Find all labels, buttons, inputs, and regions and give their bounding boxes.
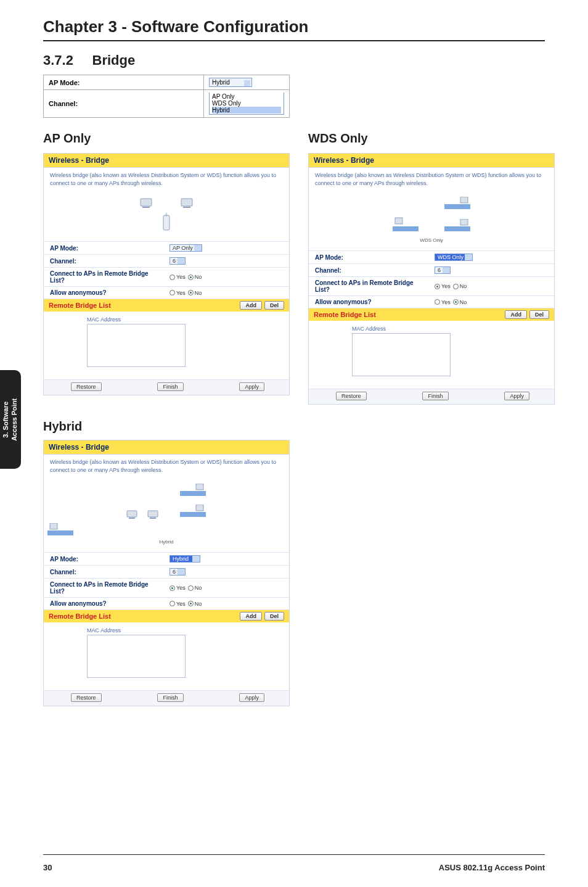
svg-rect-8	[444, 204, 470, 209]
apmode-field-label: AP Mode:	[50, 556, 163, 563]
allow-anon-label: Allow anonymous?	[50, 600, 163, 607]
section-title: 3.7.2 Bridge	[43, 52, 545, 68]
mac-address-label: MAC Address	[87, 316, 283, 323]
mode-table: AP Mode: Hybrid Channel: AP Only WDS Onl…	[43, 75, 290, 118]
restore-button[interactable]: Restore	[336, 392, 367, 400]
panel-desc: Wireless bridge (also known as Wireless …	[44, 168, 289, 191]
radio-no[interactable]: No	[188, 585, 202, 591]
apmode-select[interactable]: WDS Only	[435, 254, 473, 261]
radio-yes[interactable]: Yes	[169, 274, 186, 280]
mac-address-label: MAC Address	[87, 627, 283, 633]
svg-rect-13	[129, 518, 135, 519]
del-button[interactable]: Del	[264, 612, 284, 621]
option-ap-only[interactable]: AP Only	[212, 93, 281, 100]
page-number: 30	[43, 863, 52, 872]
connect-remote-label: Connect to APs in Remote Bridge List?	[50, 581, 163, 595]
apmode-dropdown[interactable]: Hybrid	[209, 78, 252, 87]
topology-hybrid: Hybrid	[44, 477, 289, 552]
remote-bridge-list-label: Remote Bridge List	[49, 613, 111, 620]
mac-address-label: MAC Address	[352, 326, 548, 332]
svg-rect-10	[444, 226, 470, 231]
topology-wds: WDS Only	[309, 191, 554, 250]
pc-icon	[147, 510, 159, 519]
network-icon	[179, 505, 207, 519]
channel-select[interactable]: 6	[169, 257, 186, 265]
svg-rect-21	[50, 523, 57, 529]
side-tab-label: 3. Software Access Point	[2, 398, 20, 440]
apmode-select[interactable]: Hybrid	[169, 555, 200, 563]
network-icon	[46, 523, 287, 538]
channel-select[interactable]: 6	[435, 266, 451, 274]
svg-rect-0	[141, 199, 152, 206]
finish-button[interactable]: Finish	[157, 693, 183, 702]
network-icon	[443, 219, 472, 235]
panel-desc: Wireless bridge (also known as Wireless …	[44, 455, 289, 477]
svg-rect-12	[127, 511, 137, 517]
radio-no[interactable]: No	[453, 299, 467, 305]
radio-yes[interactable]: Yes	[169, 601, 186, 607]
network-icon	[391, 217, 420, 235]
restore-button[interactable]: Restore	[71, 693, 102, 702]
svg-rect-1	[142, 207, 150, 208]
radio-yes[interactable]: Yes	[169, 290, 186, 296]
apmode-options-list[interactable]: AP Only WDS Only Hybrid	[209, 93, 284, 115]
allow-anon-label: Allow anonymous?	[50, 289, 163, 296]
svg-rect-20	[47, 530, 73, 535]
add-button[interactable]: Add	[240, 301, 262, 310]
chapter-title: Chapter 3 - Software Configuration	[43, 17, 545, 36]
channel-select[interactable]: 6	[169, 568, 186, 576]
radio-no[interactable]: No	[188, 274, 202, 280]
mac-address-input[interactable]	[87, 635, 186, 678]
svg-rect-9	[460, 197, 468, 203]
section-number: 3.7.2	[43, 52, 73, 68]
footer-divider	[43, 854, 545, 855]
option-wds-only[interactable]: WDS Only	[212, 100, 281, 107]
svg-rect-7	[395, 218, 402, 224]
hybrid-title: Hybrid	[43, 419, 545, 434]
apmode-select[interactable]: AP Only	[169, 244, 202, 252]
hybrid-panel: Wireless - Bridge Wireless bridge (also …	[43, 440, 290, 706]
remote-bridge-list-label: Remote Bridge List	[49, 302, 111, 309]
del-button[interactable]: Del	[264, 301, 284, 310]
finish-button[interactable]: Finish	[157, 382, 183, 391]
svg-rect-15	[150, 518, 156, 519]
apmode-label: AP Mode:	[44, 75, 204, 90]
channel-field-label: Channel:	[50, 258, 163, 265]
wds-only-panel: Wireless - Bridge Wireless bridge (also …	[308, 153, 555, 405]
radio-no[interactable]: No	[188, 290, 202, 296]
apmode-field-label: AP Mode:	[315, 254, 428, 261]
radio-yes[interactable]: Yes	[169, 585, 186, 591]
finish-button[interactable]: Finish	[422, 392, 448, 400]
option-hybrid[interactable]: Hybrid	[212, 107, 281, 113]
connect-remote-label: Connect to APs in Remote Bridge List?	[50, 270, 163, 284]
radio-no[interactable]: No	[188, 601, 202, 607]
ap-only-panel: Wireless - Bridge Wireless bridge (also …	[43, 153, 290, 395]
svg-rect-18	[180, 512, 206, 517]
ap-only-title: AP Only	[43, 131, 290, 146]
svg-rect-17	[196, 484, 203, 490]
radio-no[interactable]: No	[453, 283, 467, 289]
pc-icon	[179, 197, 194, 209]
restore-button[interactable]: Restore	[71, 382, 102, 391]
del-button[interactable]: Del	[529, 310, 549, 319]
add-button[interactable]: Add	[505, 310, 527, 319]
channel-field-label: Channel:	[50, 569, 163, 576]
network-icon	[179, 484, 207, 498]
apply-button[interactable]: Apply	[239, 382, 264, 391]
svg-rect-14	[148, 511, 158, 517]
add-button[interactable]: Add	[240, 612, 262, 621]
apply-button[interactable]: Apply	[504, 392, 529, 400]
mac-address-input[interactable]	[87, 324, 186, 367]
network-icon	[443, 197, 472, 213]
radio-yes[interactable]: Yes	[435, 283, 451, 289]
divider	[43, 40, 545, 41]
radio-yes[interactable]: Yes	[435, 299, 451, 305]
connect-remote-label: Connect to APs in Remote Bridge List?	[315, 279, 428, 293]
svg-rect-4	[163, 215, 169, 230]
svg-rect-11	[460, 219, 468, 225]
apply-button[interactable]: Apply	[239, 693, 264, 702]
side-tab: 3. Software Access Point	[0, 370, 21, 469]
remote-bridge-list-label: Remote Bridge List	[314, 311, 376, 318]
pc-icon	[139, 197, 153, 209]
mac-address-input[interactable]	[352, 333, 451, 376]
